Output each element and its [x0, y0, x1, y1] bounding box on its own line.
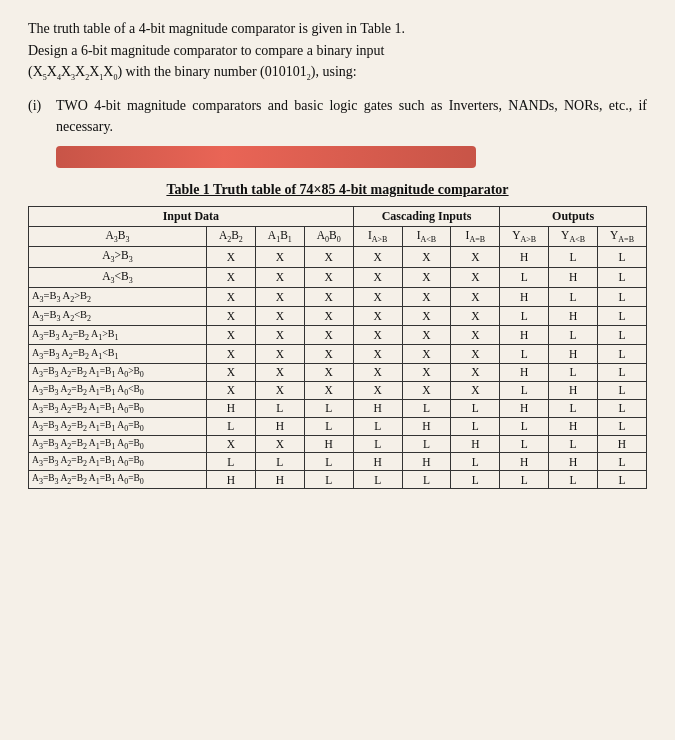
intro-line3: (X5X4X3X2X1X0) with the binary number (0…	[28, 64, 357, 79]
table-row: A3=B3 A2=B2 A1<B1 X X X X X X L H L	[29, 345, 647, 364]
table-row: A3<B3 X X X X X X L H L	[29, 267, 647, 287]
part-i-num: (i)	[28, 95, 48, 138]
col-iagb: IA>B	[353, 226, 402, 246]
table-row: A3=B3 A2=B2 A1=B1 A0=B0 H H L L L L L L …	[29, 471, 647, 489]
table-row: A3=B3 A2=B2 A1=B1 A0=B0 L H L L H L L H …	[29, 417, 647, 435]
intro-line2: Design a 6-bit magnitude comparator to c…	[28, 43, 385, 58]
truth-table: Input Data Cascading Inputs Outputs A3B3…	[28, 206, 647, 489]
header-input: Input Data	[29, 206, 354, 226]
col-a2b2: A2B2	[206, 226, 255, 246]
intro-paragraph: The truth table of a 4-bit magnitude com…	[28, 18, 647, 85]
table-row: A3=B3 A2=B2 A1=B1 A0>B0 X X X X X X H L …	[29, 364, 647, 382]
part-i: (i) TWO 4-bit magnitude comparators and …	[28, 95, 647, 138]
col-ialb: IA<B	[402, 226, 451, 246]
table-row: A3=B3 A2=B2 A1=B1 A0<B0 X X X X X X L H …	[29, 381, 647, 399]
table-row: A3=B3 A2=B2 A1=B1 A0=B0 X X H L L H L L …	[29, 435, 647, 453]
col-iaeb: IA=B	[451, 226, 500, 246]
header-output: Outputs	[500, 206, 647, 226]
table-row: A3=B3 A2<B2 X X X X X X L H L	[29, 306, 647, 325]
table-title: Table 1 Truth table of 74×85 4-bit magni…	[28, 182, 647, 198]
col-a0b0: A0B0	[304, 226, 353, 246]
table-row: A3=B3 A2=B2 A1>B1 X X X X X X H L L	[29, 326, 647, 345]
table-row: A3=B3 A2>B2 X X X X X X H L L	[29, 287, 647, 306]
col-a1b1: A1B1	[255, 226, 304, 246]
col-a3b3: A3B3	[29, 226, 207, 246]
header-cascade: Cascading Inputs	[353, 206, 499, 226]
intro-line1: The truth table of a 4-bit magnitude com…	[28, 21, 405, 36]
col-yaeb: YA=B	[598, 226, 647, 246]
table-row: A3>B3 X X X X X X H L L	[29, 247, 647, 267]
col-yagb: YA>B	[500, 226, 549, 246]
part-i-text: TWO 4-bit magnitude comparators and basi…	[56, 95, 647, 138]
cell-cond: A3>B3	[29, 247, 207, 267]
table-row: A3=B3 A2=B2 A1=B1 A0=B0 L L L H H L H H …	[29, 453, 647, 471]
redacted-bar	[56, 146, 476, 168]
table-row: A3=B3 A2=B2 A1=B1 A0=B0 H L L H L L H L …	[29, 399, 647, 417]
col-yalb: YA<B	[549, 226, 598, 246]
